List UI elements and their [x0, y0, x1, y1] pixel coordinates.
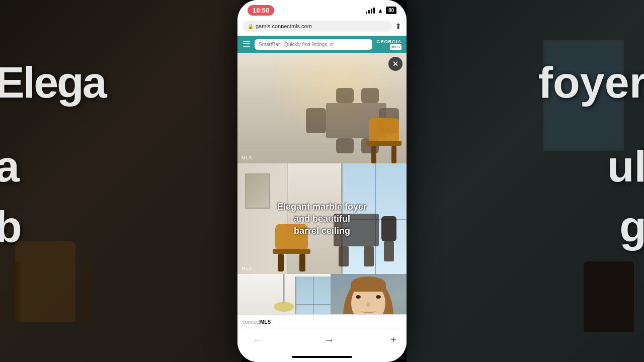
light-cord	[283, 274, 285, 304]
bg-right-text3: g	[619, 201, 644, 252]
url-text: gamls.connectmls.com	[256, 23, 312, 29]
overlay-line-2: and beautiful	[294, 213, 350, 225]
address-bar-wrap: 🔒 gamls.connectmls.com ⬆	[237, 19, 407, 36]
svg-rect-10	[391, 146, 396, 163]
connect-part: connect	[243, 319, 260, 325]
back-button[interactable]: ←	[248, 332, 268, 348]
phone-frame: 10:50 ▲ 80 🔒 gamls.connectmls.com ⬆ ☰ GE…	[237, 0, 407, 362]
top-mls-watermark: MLS	[242, 155, 253, 160]
connectmls-bar: connectMLS	[237, 314, 407, 328]
ceiling-light	[274, 302, 294, 312]
bottom-split-panel: 🌿	[237, 274, 407, 314]
smartbar-input[interactable]	[255, 39, 372, 50]
svg-rect-3	[336, 138, 354, 153]
bottom-left-room: 🌿	[237, 274, 331, 314]
content-area: MLS ✕	[237, 53, 407, 314]
main-mls-watermark: MLS	[242, 266, 253, 271]
bg-right-panel: foyer ul g	[407, 0, 644, 362]
status-icons: ▲ 80	[366, 7, 396, 14]
share-button[interactable]: ⬆	[395, 22, 401, 31]
signal-icon	[366, 8, 375, 14]
georgia-mls-logo: GEORGIA MLS	[376, 39, 401, 50]
mls-part: MLS	[260, 319, 271, 325]
bottom-nav: ← → +	[237, 328, 407, 354]
svg-rect-8	[366, 141, 401, 146]
address-bar[interactable]: 🔒 gamls.connectmls.com	[243, 21, 392, 32]
time-display: 10:50	[248, 5, 274, 16]
svg-rect-5	[306, 108, 326, 133]
svg-rect-2	[361, 88, 379, 103]
main-image-panel: Elegant marble foyer and beautiful barre…	[237, 163, 407, 274]
hamburger-icon[interactable]: ☰	[243, 39, 251, 50]
mls-nav-bar: ☰ GEORGIA MLS	[237, 36, 407, 53]
bg-left-text2: a	[0, 141, 20, 192]
add-tab-button[interactable]: +	[390, 334, 396, 346]
home-bar	[292, 356, 352, 358]
bl-window	[295, 277, 331, 314]
bg-left-text3: b	[0, 201, 22, 252]
svg-rect-7	[369, 118, 399, 143]
bg-left-panel: Elega a b	[0, 0, 242, 362]
battery-display: 80	[386, 7, 396, 14]
wifi-icon: ▲	[377, 7, 383, 14]
top-image-panel: MLS ✕	[237, 53, 407, 163]
lock-icon: 🔒	[248, 24, 254, 29]
georgia-text: GEORGIA	[376, 39, 401, 44]
overlay-line-3: barrel ceiling	[294, 225, 350, 237]
bg-left-text1: Elega	[0, 60, 106, 105]
bottom-right-person	[331, 274, 407, 314]
amber-chair-svg	[364, 113, 404, 163]
mls-sub-text: MLS	[390, 44, 401, 50]
overlay-line-1: Elegant marble foyer	[277, 201, 367, 213]
main-image-overlay-text: Elegant marble foyer and beautiful barre…	[237, 163, 407, 274]
close-button[interactable]: ✕	[388, 57, 403, 71]
home-indicator	[237, 354, 407, 362]
person-area	[331, 274, 407, 314]
svg-rect-9	[371, 146, 376, 163]
svg-rect-1	[336, 88, 354, 103]
status-bar: 10:50 ▲ 80	[237, 0, 407, 19]
bg-right-text1: foyer	[538, 60, 644, 105]
connectmls-text: connectMLS	[243, 319, 271, 325]
forward-button[interactable]: →	[319, 332, 339, 348]
bg-right-text2: ul	[607, 141, 644, 192]
